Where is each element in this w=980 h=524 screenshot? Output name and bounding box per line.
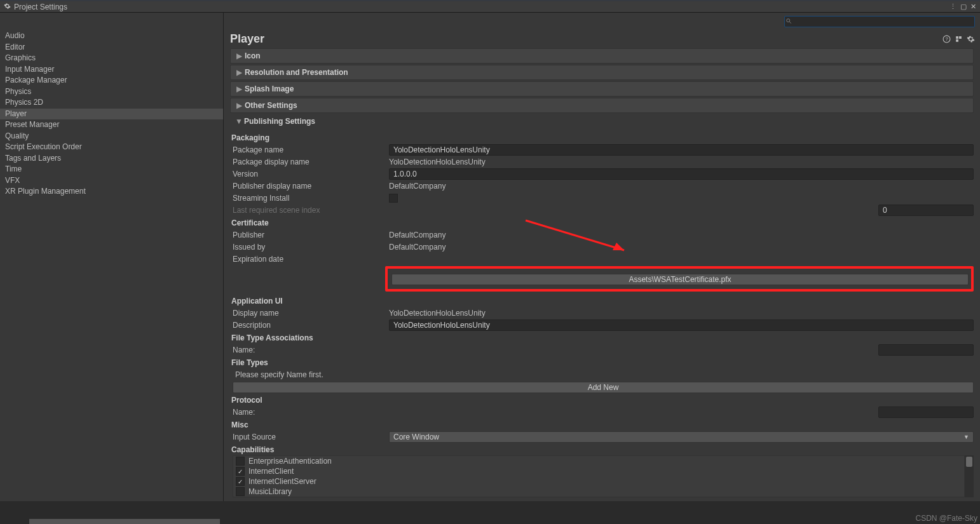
sidebar-item-preset-manager[interactable]: Preset Manager (0, 119, 223, 131)
appui-header: Application UI (230, 294, 974, 307)
window-controls: ⋮ ▢ ✕ (949, 3, 976, 11)
sidebar-item-vfx[interactable]: VFX (0, 175, 223, 187)
search-icon (786, 18, 792, 24)
sidebar: AudioEditorGraphicsInput ManagerPackage … (0, 13, 224, 501)
chevron-down-icon: ▼ (235, 117, 242, 126)
cert-publisher-label: Publisher (233, 231, 389, 239)
certificate-highlight: Assets\WSATestCertificate.pfx (385, 266, 974, 292)
sidebar-item-input-manager[interactable]: Input Manager (0, 64, 223, 76)
capability-label: InternetClientServer (248, 477, 316, 486)
sidebar-item-tags-and-layers[interactable]: Tags and Layers (0, 153, 223, 165)
sidebar-item-player[interactable]: Player (0, 109, 223, 120)
preset-icon[interactable] (955, 35, 963, 43)
package-name-input[interactable] (389, 144, 974, 156)
kebab-icon[interactable]: ⋮ (949, 3, 956, 11)
svg-line-1 (789, 22, 791, 24)
svg-text:?: ? (945, 36, 948, 42)
cert-issued-label: Issued by (233, 243, 389, 252)
sidebar-item-physics[interactable]: Physics (0, 86, 223, 98)
settings-icon[interactable] (967, 35, 975, 43)
certificate-path-button[interactable]: Assets\WSATestCertificate.pfx (391, 274, 969, 285)
chevron-right-icon: ▶ (236, 84, 242, 93)
sidebar-item-editor[interactable]: Editor (0, 42, 223, 53)
search-input[interactable] (784, 16, 975, 27)
svg-rect-5 (959, 36, 962, 39)
capability-label: EnterpriseAuthentication (248, 457, 332, 466)
sidebar-item-quality[interactable]: Quality (0, 131, 223, 142)
fta-name-input[interactable] (878, 344, 974, 356)
capability-row: EnterpriseAuthentication (233, 456, 964, 466)
window-tab[interactable]: Project Settings (4, 2, 72, 11)
description-label: Description (233, 321, 389, 330)
page-title: Player (230, 32, 264, 46)
fta-name-label: Name: (233, 346, 389, 354)
last-scene-input[interactable] (878, 205, 974, 216)
protocol-name-input[interactable] (878, 406, 974, 418)
capability-label: MusicLibrary (248, 487, 292, 496)
streaming-checkbox[interactable] (389, 194, 398, 203)
cert-publisher-value: DefaultCompany (389, 231, 974, 239)
capability-checkbox[interactable]: ✓ (236, 477, 245, 486)
sidebar-item-package-manager[interactable]: Package Manager (0, 75, 223, 86)
foldout-splash[interactable]: ▶Splash Image (230, 81, 974, 97)
capability-row: ✓InternetClient (233, 466, 964, 476)
protocol-header: Protocol (230, 393, 974, 406)
capability-label: InternetClient (248, 467, 294, 476)
display-name-label: Display name (233, 309, 389, 318)
input-source-label: Input Source (233, 433, 389, 441)
misc-header: Misc (230, 418, 974, 431)
chevron-down-icon: ▼ (963, 434, 969, 440)
titlebar: Project Settings ⋮ ▢ ✕ (0, 1, 980, 13)
close-icon[interactable]: ✕ (970, 3, 976, 11)
version-label: Version (233, 170, 389, 178)
capability-checkbox[interactable]: ✓ (236, 467, 245, 476)
svg-rect-4 (956, 36, 958, 39)
publisher-display-label: Publisher display name (233, 182, 389, 191)
filetypes-header: File Types (230, 356, 974, 368)
package-name-label: Package name (233, 145, 389, 154)
foldout-publishing[interactable]: ▼Publishing Settings (230, 114, 974, 128)
main-panel: Player ? ▶Icon ▶Resolution and Presentat… (224, 13, 980, 501)
svg-rect-6 (956, 39, 958, 42)
sidebar-item-audio[interactable]: Audio (0, 30, 223, 42)
foldout-resolution[interactable]: ▶Resolution and Presentation (230, 65, 974, 80)
foldout-icon[interactable]: ▶Icon (230, 48, 974, 64)
capability-checkbox[interactable] (236, 487, 245, 496)
version-input[interactable] (389, 168, 974, 180)
chevron-right-icon: ▶ (236, 101, 242, 110)
certificate-header: Certificate (230, 216, 974, 229)
chevron-right-icon: ▶ (236, 51, 242, 60)
sidebar-item-script-execution-order[interactable]: Script Execution Order (0, 142, 223, 153)
sidebar-item-time[interactable]: Time (0, 164, 223, 175)
gear-icon (4, 3, 11, 11)
window-title: Project Settings (14, 3, 67, 11)
last-scene-label: Last required scene index (233, 206, 389, 215)
add-new-button[interactable]: Add New (233, 382, 974, 393)
input-source-dropdown[interactable]: Core Window▼ (389, 431, 974, 443)
capability-checkbox[interactable] (236, 457, 245, 466)
maximize-icon[interactable]: ▢ (960, 3, 967, 11)
watermark: CSDN @Fate-Sky (915, 514, 977, 523)
search-field[interactable] (224, 16, 975, 27)
capabilities-list: EnterpriseAuthentication✓InternetClient✓… (233, 455, 965, 497)
sidebar-item-graphics[interactable]: Graphics (0, 53, 223, 64)
capabilities-scrollbar[interactable] (965, 455, 974, 497)
capability-row: ✓InternetClientServer (233, 476, 964, 487)
chevron-right-icon: ▶ (236, 68, 242, 77)
sidebar-item-physics-2d[interactable]: Physics 2D (0, 97, 223, 109)
filetypes-message: Please specify Name first. (233, 370, 974, 379)
svg-point-0 (787, 19, 790, 22)
packaging-header: Packaging (230, 131, 974, 144)
capabilities-label: Capabilities (230, 443, 974, 455)
capability-row: MusicLibrary (233, 487, 964, 497)
help-icon[interactable]: ? (943, 35, 951, 43)
settings-scroll[interactable]: ▶Icon ▶Resolution and Presentation ▶Spla… (224, 47, 980, 501)
foldout-other[interactable]: ▶Other Settings (230, 98, 974, 113)
fta-header: File Type Associations (230, 331, 974, 344)
publisher-display-value: DefaultCompany (389, 182, 974, 191)
package-display-value: YoloDetectionHoloLensUnity (389, 158, 974, 166)
sidebar-item-xr-plugin-management[interactable]: XR Plugin Management (0, 186, 223, 198)
description-input[interactable] (389, 319, 974, 331)
bottom-bar (29, 519, 220, 524)
streaming-label: Streaming Install (233, 194, 389, 203)
